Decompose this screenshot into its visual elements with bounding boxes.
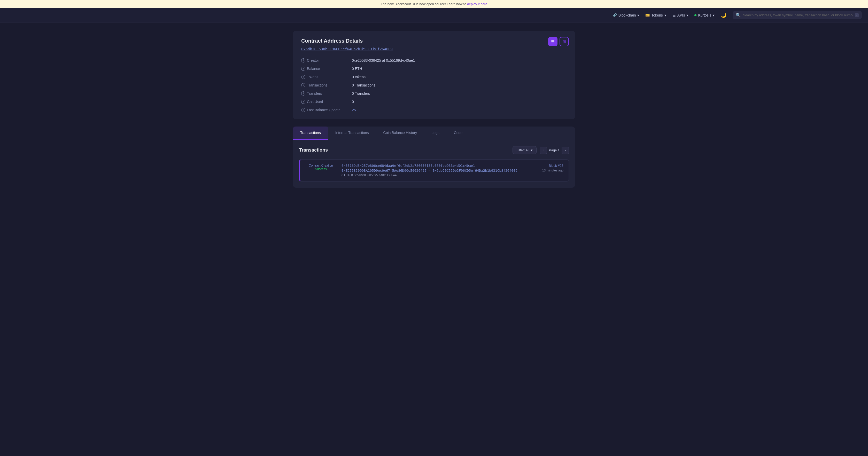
section-header: Transactions Filter: All ▾ ‹ Page 1 › [299,146,569,154]
tab-transactions[interactable]: Transactions [293,127,328,140]
creator-row: i Creator 0xe25583-036425 at 0x55169d-c4… [301,58,567,63]
balance-label: Balance [307,67,320,71]
tx-to-link[interactable]: 0x6db20C530b3F96CD5ef64Da2b1b931Cb8f2640… [432,169,518,172]
apis-menu[interactable]: ☰ APIs ▾ [673,13,688,17]
prev-page-icon: ‹ [543,149,544,152]
table-row: Contract Creation Success 0x55169d34257e… [299,159,569,182]
tab-coin-balance-history-label: Coin Balance History [383,131,417,135]
grid-view-icon: ⊞ [563,39,566,44]
filter-label: Filter: All [517,148,529,152]
tx-fee-eth: 0 ETH [342,173,350,177]
tab-transactions-label: Transactions [300,131,321,135]
banner-text: The new Blockscout UI is now open source… [381,2,467,6]
prev-page-button[interactable]: ‹ [540,146,547,154]
main-content: ☰ ⊞ Contract Address Details 0x6db20C530… [287,31,581,188]
transfers-label: Transfers [307,91,322,96]
tokens-label: Tokens [307,75,318,79]
blockchain-menu[interactable]: 🔗 Blockchain ▾ [613,13,640,17]
announcement-banner: The new Blockscout UI is now open source… [0,0,868,8]
network-label: Kurtosis [698,13,711,17]
tx-addresses: 0xE25583099BA105D9ec0A67f5Ae86D90e500364… [342,169,522,172]
section-title: Transactions [299,148,328,153]
transactions-value: 0 Transactions [352,83,375,87]
tab-logs[interactable]: Logs [424,127,446,140]
gas-used-label: Gas Used [307,100,323,104]
tab-logs-label: Logs [431,131,439,135]
list-view-icon: ☰ [551,39,555,44]
tx-type-badge: Contract Creation Success [305,164,336,171]
gas-used-label-cell: i Gas Used [301,100,348,104]
creator-label: Creator [307,58,319,63]
creator-at: at [382,58,386,63]
tx-time: 13 minutes ago [527,169,563,172]
gas-used-row: i Gas Used 0 [301,100,567,104]
creator-tx-link[interactable]: 0xe25583-036425 [352,58,381,63]
creator-value: 0xe25583-036425 at 0x55169d-c40ae1 [352,58,415,63]
transfers-value: 0 Transfers [352,91,370,96]
transactions-row: i Transactions 0 Transactions [301,83,567,87]
tx-block-number[interactable]: Block #25 [527,164,563,168]
tab-internal-transactions-label: Internal Transactions [335,131,369,135]
balance-row: i Balance 0 ETH [301,67,567,71]
tokens-label: Tokens [651,13,663,17]
last-balance-info-icon: i [301,108,305,112]
banner-link[interactable]: deploy it here [467,2,487,6]
tx-fee-value: 0.00584085385695 4482 [351,173,385,177]
tab-code[interactable]: Code [447,127,470,140]
header-controls: Filter: All ▾ ‹ Page 1 › [513,146,569,154]
creator-info-icon: i [301,58,305,63]
theme-icon: 🌙 [721,13,726,18]
last-balance-label-cell: i Last Balance Update [301,108,348,112]
apis-chevron: ▾ [686,13,688,17]
tx-status: Success [305,167,336,171]
tab-coin-balance-history[interactable]: Coin Balance History [376,127,425,140]
transfers-row: i Transfers 0 Transfers [301,91,567,96]
search-bar[interactable]: 🔍 / [733,11,862,19]
list-view-button[interactable]: ☰ [548,37,557,46]
transfers-link[interactable]: 0 Transfers [352,91,370,96]
gas-used-value: 0 [352,100,354,104]
tx-fee-label: TX Fee [386,173,397,177]
tx-details: 0x55169d34257e806ce684daa9ef6cf2db2a7866… [342,164,522,177]
tokens-row: i Tokens 0 tokens [301,75,567,79]
tx-arrow: → [429,169,431,172]
transactions-link[interactable]: 0 Transactions [352,83,375,87]
blockchain-icon: 🔗 [613,13,617,17]
theme-toggle[interactable]: 🌙 [721,12,726,18]
grid-view-button[interactable]: ⊞ [560,37,569,46]
balance-label-cell: i Balance [301,67,348,71]
balance-info-icon: i [301,67,305,71]
page-label: Page 1 [549,148,560,152]
creator-address-link[interactable]: 0x55169d-c40ae1 [386,58,415,63]
tab-internal-transactions[interactable]: Internal Transactions [328,127,376,140]
creator-label-cell: i Creator [301,58,348,63]
filter-chevron-icon: ▾ [531,148,533,152]
next-page-icon: › [565,149,566,152]
blockchain-chevron: ▾ [637,13,639,17]
transactions-info-icon: i [301,83,305,87]
last-balance-value[interactable]: 25 [352,108,356,112]
next-page-button[interactable]: › [562,146,569,154]
tab-code-label: Code [454,131,462,135]
tx-block-info: Block #25 13 minutes ago [527,164,563,172]
details-grid: i Creator 0xe25583-036425 at 0x55169d-c4… [301,58,567,112]
tokens-icon: 🎫 [645,13,650,17]
tabs-container: Transactions Internal Transactions Coin … [293,127,575,140]
filter-button[interactable]: Filter: All ▾ [513,146,536,154]
transfers-info-icon: i [301,91,305,96]
balance-value: 0 ETH [352,67,362,71]
transactions-section: Transactions Filter: All ▾ ‹ Page 1 › [293,140,575,188]
transactions-label-cell: i Transactions [301,83,348,87]
contract-card-title: Contract Address Details [301,38,567,44]
contract-card: ☰ ⊞ Contract Address Details 0x6db20C530… [293,31,575,119]
network-menu[interactable]: Kurtosis ▾ [694,13,715,17]
contract-address[interactable]: 0x6db20C530b3F96CD5ef64Da2b1b931Cb8f2640… [301,47,567,51]
tx-hash-link[interactable]: 0x55169d34257e806ce684daa9ef6cf2db2a7866… [342,164,522,168]
blockchain-label: Blockchain [618,13,636,17]
search-input[interactable] [743,13,853,17]
gas-info-icon: i [301,100,305,104]
last-balance-label: Last Balance Update [307,108,340,112]
tx-from-link[interactable]: 0xE25583099BA105D9ec0A67f5Ae86D90e500364… [342,169,427,172]
tokens-menu[interactable]: 🎫 Tokens ▾ [645,13,666,17]
transactions-label: Transactions [307,83,328,87]
